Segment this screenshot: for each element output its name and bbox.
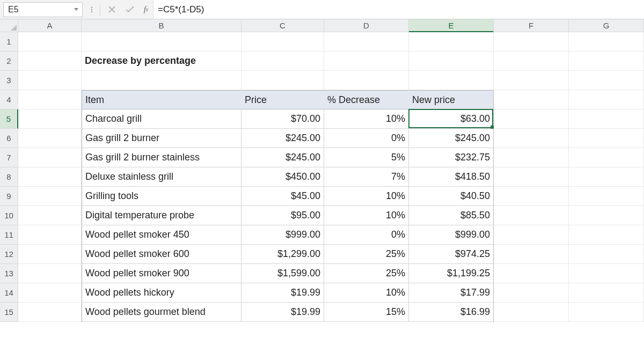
cell-A6[interactable] [18, 129, 82, 148]
cell-A4[interactable] [18, 90, 82, 109]
cell-C1[interactable] [241, 32, 324, 52]
cell-G12[interactable] [569, 245, 644, 264]
cell-C12[interactable]: $1,299.00 [241, 245, 324, 264]
cell-F4[interactable] [494, 90, 569, 109]
row-header-12[interactable]: 12 [0, 245, 18, 264]
cell-E15[interactable]: $16.99 [409, 303, 494, 322]
cell-E5[interactable]: $63.00 [409, 109, 494, 129]
cell-G5[interactable] [569, 109, 644, 129]
row-header-9[interactable]: 9 [0, 187, 18, 206]
cell-C3[interactable] [241, 71, 324, 90]
cell-D6[interactable]: 0% [324, 129, 409, 148]
cell-B15[interactable]: Wood pellets gourmet blend [82, 303, 241, 322]
cell-F7[interactable] [494, 148, 569, 167]
cell-B13[interactable]: Wood pellet smoker 900 [82, 264, 241, 283]
cell-A5[interactable] [18, 109, 82, 129]
cell-D8[interactable]: 7% [324, 167, 409, 187]
cell-A14[interactable] [18, 283, 82, 303]
cell-A12[interactable] [18, 245, 82, 264]
cell-G10[interactable] [569, 206, 644, 225]
cell-C14[interactable]: $19.99 [241, 283, 324, 303]
cell-D9[interactable]: 10% [324, 187, 409, 206]
cell-E7[interactable]: $232.75 [409, 148, 494, 167]
row-header-11[interactable]: 11 [0, 225, 18, 245]
col-header-D[interactable]: D [324, 19, 409, 32]
col-header-A[interactable]: A [18, 19, 82, 32]
cell-A15[interactable] [18, 303, 82, 322]
cell-G1[interactable] [569, 32, 644, 52]
cell-C7[interactable]: $245.00 [241, 148, 324, 167]
cell-D7[interactable]: 5% [324, 148, 409, 167]
cell-E8[interactable]: $418.50 [409, 167, 494, 187]
cell-D14[interactable]: 10% [324, 283, 409, 303]
cell-E2[interactable] [409, 52, 494, 71]
col-header-F[interactable]: F [494, 19, 569, 32]
cell-E4[interactable]: New price [409, 90, 494, 109]
cell-G7[interactable] [569, 148, 644, 167]
cell-G3[interactable] [569, 71, 644, 90]
cell-B10[interactable]: Digital temperature probe [82, 206, 241, 225]
cell-G14[interactable] [569, 283, 644, 303]
cell-G11[interactable] [569, 225, 644, 245]
cell-B5[interactable]: Charcoal grill [82, 109, 241, 129]
col-header-C[interactable]: C [241, 19, 324, 32]
cell-D1[interactable] [324, 32, 409, 52]
cell-E9[interactable]: $40.50 [409, 187, 494, 206]
cell-A2[interactable] [18, 52, 82, 71]
cell-F5[interactable] [494, 109, 569, 129]
formula-input[interactable]: =C5*(1-D5) [153, 0, 644, 19]
chevron-down-icon[interactable] [74, 7, 79, 12]
cell-B14[interactable]: Wood pellets hickory [82, 283, 241, 303]
row-header-2[interactable]: 2 [0, 52, 18, 71]
cell-C2[interactable] [241, 52, 324, 71]
row-header-4[interactable]: 4 [0, 90, 18, 109]
col-header-E[interactable]: E [409, 19, 494, 32]
cell-D5[interactable]: 10% [324, 109, 409, 129]
cell-A3[interactable] [18, 71, 82, 90]
row-header-14[interactable]: 14 [0, 283, 18, 303]
cell-F14[interactable] [494, 283, 569, 303]
cell-C8[interactable]: $450.00 [241, 167, 324, 187]
col-header-G[interactable]: G [569, 19, 644, 32]
cell-D12[interactable]: 25% [324, 245, 409, 264]
cell-G13[interactable] [569, 264, 644, 283]
cell-B4[interactable]: Item [82, 90, 241, 109]
cell-F6[interactable] [494, 129, 569, 148]
cell-F13[interactable] [494, 264, 569, 283]
cell-D13[interactable]: 25% [324, 264, 409, 283]
cell-D2[interactable] [324, 52, 409, 71]
row-header-13[interactable]: 13 [0, 264, 18, 283]
cell-E14[interactable]: $17.99 [409, 283, 494, 303]
cell-B2[interactable]: Decrease by percentage [82, 52, 241, 71]
cell-B1[interactable] [82, 32, 241, 52]
cell-C4[interactable]: Price [241, 90, 324, 109]
worksheet-grid[interactable]: A B C D E F G 1 2 Decrease by percentage… [0, 19, 644, 322]
cell-E10[interactable]: $85.50 [409, 206, 494, 225]
cell-A11[interactable] [18, 225, 82, 245]
cell-G8[interactable] [569, 167, 644, 187]
cell-B11[interactable]: Wood pellet smoker 450 [82, 225, 241, 245]
cell-F10[interactable] [494, 206, 569, 225]
cell-F12[interactable] [494, 245, 569, 264]
row-header-3[interactable]: 3 [0, 71, 18, 90]
cell-A8[interactable] [18, 167, 82, 187]
cell-B12[interactable]: Wood pellet smoker 600 [82, 245, 241, 264]
row-header-10[interactable]: 10 [0, 206, 18, 225]
col-header-B[interactable]: B [82, 19, 241, 32]
cell-F1[interactable] [494, 32, 569, 52]
cell-A10[interactable] [18, 206, 82, 225]
cell-F9[interactable] [494, 187, 569, 206]
cell-G15[interactable] [569, 303, 644, 322]
cell-C10[interactable]: $95.00 [241, 206, 324, 225]
cell-C15[interactable]: $19.99 [241, 303, 324, 322]
cell-D10[interactable]: 10% [324, 206, 409, 225]
cell-A13[interactable] [18, 264, 82, 283]
cell-E13[interactable]: $1,199.25 [409, 264, 494, 283]
cell-G2[interactable] [569, 52, 644, 71]
cell-A9[interactable] [18, 187, 82, 206]
cell-C5[interactable]: $70.00 [241, 109, 324, 129]
name-box[interactable]: E5 [3, 2, 83, 17]
cell-B3[interactable] [82, 71, 241, 90]
fx-icon[interactable]: fx [140, 2, 152, 17]
cell-C13[interactable]: $1,599.00 [241, 264, 324, 283]
